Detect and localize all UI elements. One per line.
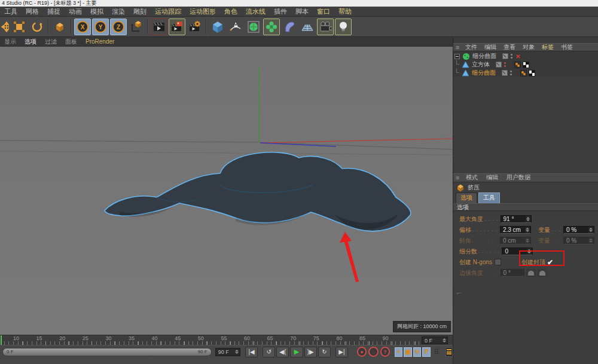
object-row-subdivision-surface-selected[interactable]: 细分曲面 [453, 69, 598, 77]
phong-tag-icon[interactable] [514, 62, 521, 68]
menu-mograph[interactable]: 运动图形 [185, 7, 220, 16]
panel-grip-icon[interactable]: ≣ [453, 175, 462, 181]
record-keyframe-button[interactable]: ● [357, 347, 367, 357]
menu-mesh[interactable]: 网格 [22, 7, 43, 16]
mograph-button[interactable] [263, 19, 280, 35]
menu-script[interactable]: 脚本 [291, 7, 313, 16]
om-menu-view[interactable]: 查看 [500, 43, 519, 51]
menu-character[interactable]: 角色 [220, 7, 242, 16]
add-cube-button[interactable] [209, 19, 226, 35]
options-section-header[interactable]: 选项 [453, 203, 598, 211]
preview-range-slider[interactable]: 0 F 90 F [2, 348, 212, 356]
play-backwards-button[interactable]: ↺ [263, 347, 275, 357]
autokey-button[interactable]: ◌ [368, 347, 378, 357]
record-parameter-toggle[interactable]: P [422, 347, 431, 357]
offset-field[interactable]: 2.3 cm [500, 226, 531, 234]
menu-tools[interactable]: 工具 [0, 7, 22, 16]
visibility-dots[interactable] [504, 62, 506, 67]
camera-button[interactable] [317, 19, 334, 35]
last-used-tool-button[interactable] [51, 19, 68, 35]
render-view-button[interactable] [151, 19, 167, 35]
vpmenu-display[interactable]: 显示 [0, 38, 20, 46]
am-menu-mode[interactable]: 模式 [462, 173, 482, 182]
object-row-cube[interactable]: 立方体 [453, 60, 598, 69]
spline-pen-button[interactable] [227, 19, 244, 35]
phong-tag-icon[interactable] [520, 70, 527, 77]
record-rotation-toggle[interactable]: ↻ [413, 347, 422, 357]
expander-icon[interactable] [454, 54, 460, 59]
am-menu-userdata[interactable]: 用户数据 [502, 173, 535, 182]
goto-end-button[interactable]: ▶| [335, 347, 348, 357]
pan-view-icon[interactable] [408, 38, 417, 45]
edit-icon[interactable] [502, 70, 508, 76]
subdivision-surface-button[interactable] [245, 19, 262, 35]
z-axis-lock-button[interactable]: Z [110, 19, 127, 35]
viewport-canvas[interactable]: 网格间距 : 10000 cm [0, 47, 453, 335]
om-menu-objects[interactable]: 对象 [519, 43, 538, 51]
goto-start-button[interactable]: |◀ [245, 347, 258, 357]
record-scale-toggle[interactable]: ▣ [404, 347, 412, 357]
coordinate-system-button[interactable] [128, 19, 145, 35]
current-frame-field[interactable]: 0 F [422, 337, 448, 344]
play-forward-loop-button[interactable]: ↻ [318, 347, 331, 357]
spinner-icon[interactable] [235, 350, 240, 354]
x-axis-lock-button[interactable]: X [74, 19, 91, 35]
spinner-icon[interactable] [588, 227, 593, 233]
object-name[interactable]: 细分曲面 [471, 69, 497, 77]
menu-simulate[interactable]: 模拟 [86, 7, 108, 16]
floor-environment-button[interactable] [299, 19, 316, 35]
visibility-dots[interactable] [511, 54, 512, 59]
light-button[interactable] [335, 19, 352, 35]
toggle-view-icon[interactable] [441, 38, 449, 45]
edit-icon[interactable] [496, 62, 502, 68]
play-button[interactable]: ▶ [290, 347, 303, 357]
menu-animate[interactable]: 动画 [65, 7, 86, 16]
menu-motion-tracker[interactable]: 运动跟踪 [151, 7, 185, 16]
end-frame-field[interactable]: 90 F [215, 348, 241, 356]
render-to-picture-viewer-button[interactable] [169, 19, 185, 35]
menu-window[interactable]: 窗口 [313, 7, 334, 16]
keyframe-presets-button[interactable] [446, 347, 453, 357]
spinner-icon[interactable] [526, 216, 530, 222]
menu-snap[interactable]: 捕捉 [43, 7, 65, 16]
menu-pipeline[interactable]: 流水线 [242, 7, 270, 16]
menu-help[interactable]: 帮助 [334, 7, 356, 16]
am-menu-edit[interactable]: 编辑 [482, 173, 502, 182]
object-name[interactable]: 细分曲面 [471, 52, 498, 60]
max-angle-field[interactable]: 91 ° [501, 215, 532, 223]
variance-field[interactable]: 0 % [563, 226, 594, 234]
keyframe-selection-button[interactable]: ? [380, 347, 390, 357]
generator-disabled-icon[interactable]: ✕ [515, 53, 520, 60]
vpmenu-prorender[interactable]: ProRender [81, 38, 118, 45]
texture-tag-icon[interactable] [523, 62, 529, 68]
tab-tool[interactable]: 工具 [478, 192, 500, 203]
texture-tag-icon[interactable] [529, 70, 535, 77]
menu-render[interactable]: 渲染 [108, 7, 129, 16]
tab-options[interactable]: 选项 [456, 192, 477, 203]
y-axis-lock-button[interactable]: Y [92, 19, 109, 35]
move-tool-button[interactable] [0, 19, 10, 35]
spinner-icon[interactable] [443, 338, 447, 342]
edit-icon[interactable] [502, 53, 508, 59]
deformer-button[interactable] [281, 19, 298, 35]
vpmenu-panel[interactable]: 面板 [61, 38, 81, 46]
zoom-view-icon[interactable] [419, 38, 428, 45]
hat-mesh-object[interactable] [105, 152, 411, 231]
rotate-tool-button[interactable] [29, 19, 45, 35]
scale-tool-button[interactable] [11, 19, 28, 35]
object-row-subdivision-surface[interactable]: 细分曲面 ✕ [453, 52, 598, 60]
vpmenu-filter[interactable]: 过滤 [41, 38, 61, 46]
menu-sculpt[interactable]: 雕刻 [129, 7, 151, 16]
timeline-ruler[interactable]: 1015202530354045505560657075808590 0 F [0, 335, 453, 345]
panel-grip-icon[interactable]: ≣ [453, 45, 462, 50]
om-menu-edit[interactable]: 编辑 [481, 43, 500, 51]
visibility-dots[interactable] [510, 71, 512, 75]
next-frame-button[interactable]: )▶ [304, 347, 317, 357]
rotate-view-icon[interactable] [430, 38, 438, 45]
menu-plugins[interactable]: 插件 [270, 7, 291, 16]
om-menu-tags[interactable]: 标签 [538, 43, 557, 51]
previous-frame-button[interactable]: ◀( [276, 347, 289, 357]
vpmenu-options[interactable]: 选项 [20, 38, 41, 46]
om-menu-bookmarks[interactable]: 书签 [557, 43, 576, 51]
object-name[interactable]: 立方体 [471, 60, 491, 69]
